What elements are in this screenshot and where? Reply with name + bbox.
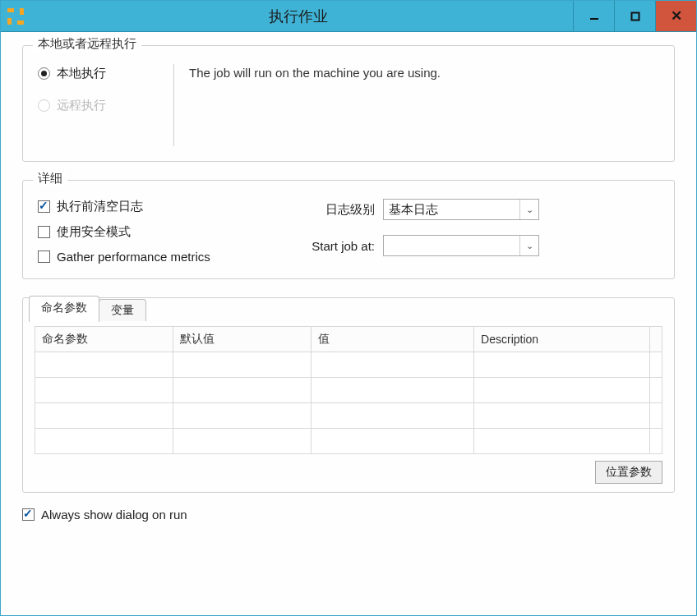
- details-group: 详细 执行前清空日志 使用安全模式 Gather performance met…: [22, 180, 675, 279]
- dialog-window: 执行作业 ✕ 本地或者远程执行 本地执行 远程执行: [0, 0, 697, 616]
- radio-label: 本地执行: [57, 66, 106, 81]
- parameters-panel: 命名参数 变量 命名参数 默认值 值 Description: [22, 297, 675, 493]
- start-at-combo[interactable]: ⌄: [383, 235, 539, 256]
- checkbox-icon: [38, 226, 50, 238]
- radio-icon: [38, 99, 50, 112]
- dialog-body: 本地或者远程执行 本地执行 远程执行 The job will run on t…: [1, 32, 696, 615]
- checkbox-label: Gather performance metrics: [57, 250, 210, 264]
- table-header-row: 命名参数 默认值 值 Description: [35, 327, 662, 352]
- table-row[interactable]: [35, 429, 662, 454]
- radio-local-execution[interactable]: 本地执行: [38, 66, 173, 81]
- col-name[interactable]: 命名参数: [35, 327, 173, 352]
- radio-label: 远程执行: [57, 98, 106, 113]
- tabs-header: 命名参数 变量: [22, 297, 673, 322]
- log-level-value: 基本日志: [389, 202, 438, 218]
- checkbox-label: 执行前清空日志: [57, 199, 143, 214]
- execution-options: 本地执行 远程执行: [38, 64, 173, 146]
- close-button[interactable]: ✕: [655, 1, 696, 31]
- checkbox-safe-mode[interactable]: 使用安全模式: [38, 224, 293, 240]
- field-log-level: 日志级别 基本日志 ⌄: [293, 199, 659, 220]
- log-level-label: 日志级别: [293, 202, 375, 218]
- details-legend: 详细: [33, 171, 67, 186]
- execution-mode-group: 本地或者远程执行 本地执行 远程执行 The job will run on t…: [22, 45, 675, 162]
- checkbox-always-show-dialog[interactable]: Always show dialog on run: [22, 508, 675, 522]
- minimize-button[interactable]: [573, 1, 614, 31]
- checkbox-label: Always show dialog on run: [41, 508, 187, 522]
- params-table: 命名参数 默认值 值 Description: [35, 326, 662, 454]
- chevron-down-icon: ⌄: [519, 236, 538, 255]
- divider: [173, 64, 174, 146]
- execution-mode-legend: 本地或者远程执行: [33, 36, 141, 52]
- checkbox-gather-metrics[interactable]: Gather performance metrics: [38, 250, 293, 264]
- chevron-down-icon: ⌄: [519, 200, 538, 219]
- checkbox-icon: [38, 251, 50, 263]
- checkbox-clear-log[interactable]: 执行前清空日志: [38, 199, 293, 214]
- window-controls: ✕: [573, 1, 696, 31]
- position-params-button[interactable]: 位置参数: [595, 461, 662, 484]
- window-title: 执行作业: [24, 7, 573, 26]
- app-icon: [7, 8, 24, 25]
- maximize-button[interactable]: [614, 1, 655, 31]
- col-spacer: [649, 327, 662, 352]
- log-level-combo[interactable]: 基本日志 ⌄: [383, 199, 539, 220]
- titlebar: 执行作业 ✕: [1, 1, 696, 32]
- table-row[interactable]: [35, 352, 662, 378]
- col-default[interactable]: 默认值: [173, 327, 311, 352]
- radio-remote-execution: 远程执行: [38, 98, 173, 113]
- table-row[interactable]: [35, 403, 662, 429]
- tab-body: 命名参数 默认值 值 Description: [35, 326, 662, 454]
- start-at-label: Start job at:: [293, 239, 375, 253]
- execution-description: The job will run on the machine you are …: [189, 64, 659, 146]
- radio-icon: [38, 67, 50, 80]
- tab-named-params[interactable]: 命名参数: [29, 296, 99, 322]
- field-start-at: Start job at: ⌄: [293, 235, 659, 256]
- svg-rect-1: [631, 12, 639, 20]
- checkbox-label: 使用安全模式: [57, 224, 131, 240]
- col-description[interactable]: Description: [474, 327, 650, 352]
- checkbox-icon: [22, 508, 35, 521]
- table-row[interactable]: [35, 378, 662, 403]
- col-value[interactable]: 值: [311, 327, 473, 352]
- tab-variables[interactable]: 变量: [99, 299, 146, 321]
- checkbox-icon: [38, 200, 50, 213]
